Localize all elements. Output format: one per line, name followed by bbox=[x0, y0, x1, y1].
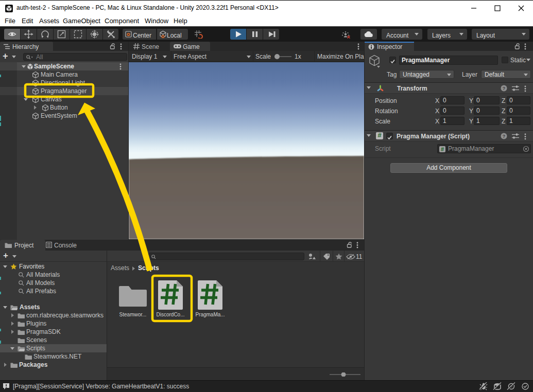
svg-text:?: ? bbox=[503, 86, 506, 91]
svg-text:?: ? bbox=[503, 134, 506, 139]
